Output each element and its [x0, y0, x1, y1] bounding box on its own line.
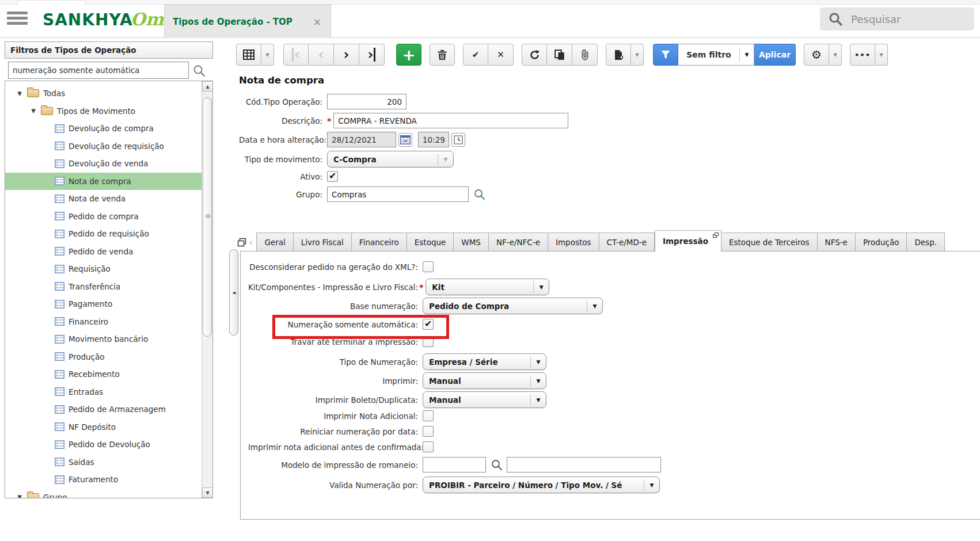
tab[interactable]: Desp.	[907, 233, 945, 252]
nav-last-button[interactable]: ›	[359, 44, 385, 66]
imprimir-boleto-select[interactable]: Manual▼	[423, 391, 546, 408]
tree-item[interactable]: ▼ Todas	[5, 85, 202, 102]
attachment-button[interactable]	[572, 44, 598, 66]
grid-view-dropdown[interactable]: ▼	[261, 44, 274, 66]
filter-select[interactable]: Sem filtro ▼	[678, 44, 754, 66]
grupo-input[interactable]	[327, 186, 469, 202]
clock-button[interactable]	[451, 133, 465, 147]
scrollbar-thumb[interactable]	[203, 97, 212, 337]
numeracao-automatica-checkbox[interactable]	[423, 319, 434, 330]
global-search[interactable]: Pesquisar	[820, 7, 974, 31]
tree-item[interactable]: ▼ Pedido de Armazenagem	[5, 401, 202, 418]
sidebar-scrollbar[interactable]: ▲ ▼	[202, 81, 212, 498]
descricao-input[interactable]	[333, 113, 568, 128]
tree-item[interactable]: ▼ Grupo	[5, 489, 202, 499]
tab[interactable]: WMS	[454, 233, 489, 252]
time-input[interactable]	[418, 132, 449, 147]
delete-record-button[interactable]	[430, 44, 455, 66]
tree-item[interactable]: ▼ Requisição	[5, 260, 202, 278]
tree-item[interactable]: ▼ Movimento bancário	[5, 330, 202, 348]
tree-item[interactable]: ▼ Entradas	[5, 383, 202, 401]
popout-icon[interactable]	[713, 233, 719, 238]
tab[interactable]: NF-e/NFC-e	[489, 233, 548, 252]
calendar-button[interactable]	[398, 133, 412, 147]
tree-item[interactable]: ▼ Devolução de requisição	[5, 138, 202, 155]
tab-scroll-left-icon[interactable]: ‹	[249, 236, 253, 248]
tab[interactable]: Estoque	[407, 233, 454, 252]
tab[interactable]: Livro Fiscal	[294, 233, 352, 252]
desconsiderar-xml-checkbox[interactable]	[423, 261, 434, 272]
nav-first-button[interactable]: ‹	[283, 44, 309, 66]
tree-item[interactable]: ▼ Faturamento	[5, 471, 202, 489]
tree-item[interactable]: ▼ Produção	[5, 348, 202, 366]
more-options-dropdown[interactable]: ▼	[875, 44, 888, 66]
tree-item[interactable]: ▼ Nota de compra	[5, 173, 202, 191]
close-tab-icon[interactable]: ×	[312, 16, 322, 28]
tab[interactable]: NFS-e	[818, 233, 856, 252]
tab[interactable]: CT-e/MD-e	[599, 233, 655, 252]
tree-item[interactable]: ▼ Pedido de venda	[5, 243, 202, 261]
filter-search-input[interactable]	[8, 62, 189, 79]
tab[interactable]: Financeiro	[352, 233, 407, 252]
sidebar-collapse-handle[interactable]: ◄	[229, 249, 238, 336]
expander-icon[interactable]: ▼	[16, 494, 24, 498]
nota-antes-confirmada-checkbox[interactable]	[423, 441, 434, 452]
nav-next-button[interactable]: ›	[334, 44, 359, 66]
tipo-movimento-select[interactable]: C-Compra ▼	[327, 151, 454, 167]
romaneio-lookup-icon[interactable]	[491, 459, 503, 471]
cancel-button[interactable]: ✕	[488, 44, 514, 66]
confirm-button[interactable]: ✔	[463, 44, 488, 66]
tab[interactable]: Produção	[856, 233, 907, 252]
grupo-lookup-icon[interactable]	[473, 188, 486, 201]
kit-componentes-select[interactable]: Kit▼	[426, 279, 549, 295]
imprimir-nota-adicional-checkbox[interactable]	[423, 410, 434, 421]
report-button[interactable]	[606, 44, 631, 66]
add-record-button[interactable]: +	[396, 44, 421, 66]
refresh-button[interactable]	[522, 44, 547, 66]
expander-icon[interactable]: ▼	[29, 108, 37, 114]
settings-dropdown[interactable]: ▼	[829, 44, 842, 66]
apply-filter-button[interactable]: Aplicar	[754, 44, 796, 66]
hamburger-menu-icon[interactable]	[7, 12, 28, 26]
tree-item[interactable]: ▼ Devolução de venda	[5, 155, 202, 173]
valida-numeracao-select[interactable]: PROIBIR - Parceiro / Número / Tipo Mov. …	[423, 477, 660, 493]
tree-item[interactable]: ▼ Recebimento	[5, 365, 202, 383]
tree-item[interactable]: ▼ NF Depósito	[5, 418, 202, 436]
settings-button[interactable]: ⚙	[804, 44, 829, 66]
tab[interactable]: Geral	[256, 233, 293, 252]
nav-prev-button[interactable]: ‹	[309, 44, 334, 66]
tab-tipos-de-operacao[interactable]: Tipos de Operação - TOP ×	[164, 5, 331, 38]
tree-item[interactable]: ▼ Devolução de compra	[5, 120, 202, 138]
filter-button[interactable]	[653, 44, 678, 66]
tree-item[interactable]: ▼ Pedido de compra	[5, 208, 202, 226]
duplicate-button[interactable]	[547, 44, 572, 66]
report-dropdown[interactable]: ▼	[631, 44, 644, 66]
ativo-checkbox[interactable]	[327, 171, 338, 182]
reiniciar-numeracao-checkbox[interactable]	[423, 426, 434, 437]
scroll-down-button[interactable]: ▼	[202, 487, 213, 498]
restore-windows-icon[interactable]	[237, 238, 246, 247]
cod-tipo-operacao-input[interactable]	[327, 94, 407, 109]
tab[interactable]: Estoque de Terceiros	[721, 233, 818, 252]
romaneio-code-input[interactable]	[423, 457, 486, 473]
tab[interactable]: Impostos	[548, 233, 599, 252]
romaneio-desc-input[interactable]	[507, 457, 661, 473]
tree-item[interactable]: ▼ Pedido de requisição	[5, 225, 202, 243]
tree-item[interactable]: ▼ Transferência	[5, 278, 202, 296]
base-numeracao-select[interactable]: Pedido de Compra▼	[423, 298, 603, 314]
date-input[interactable]	[327, 132, 396, 147]
tab[interactable]: Impressão	[655, 230, 721, 252]
tipo-numeracao-select[interactable]: Empresa / Série▼	[423, 353, 546, 370]
tree-item[interactable]: ▼ Pagamento	[5, 295, 202, 313]
scroll-up-button[interactable]: ▲	[202, 81, 213, 92]
imprimir-select[interactable]: Manual▼	[423, 372, 546, 389]
more-options-button[interactable]: •••	[850, 44, 875, 66]
tree-item[interactable]: ▼ Pedido de Devolução	[5, 436, 202, 454]
tree-item[interactable]: ▼ Tipos de Movimento	[5, 102, 202, 120]
background-tab-stub[interactable]	[17, 0, 85, 5]
tree-item[interactable]: ▼ Financeiro	[5, 313, 202, 331]
tree-item[interactable]: ▼ Saídas	[5, 454, 202, 471]
grid-view-button[interactable]	[236, 44, 261, 66]
sidebar-search-icon[interactable]	[192, 64, 206, 78]
tree-item[interactable]: ▼ Nota de venda	[5, 190, 202, 208]
